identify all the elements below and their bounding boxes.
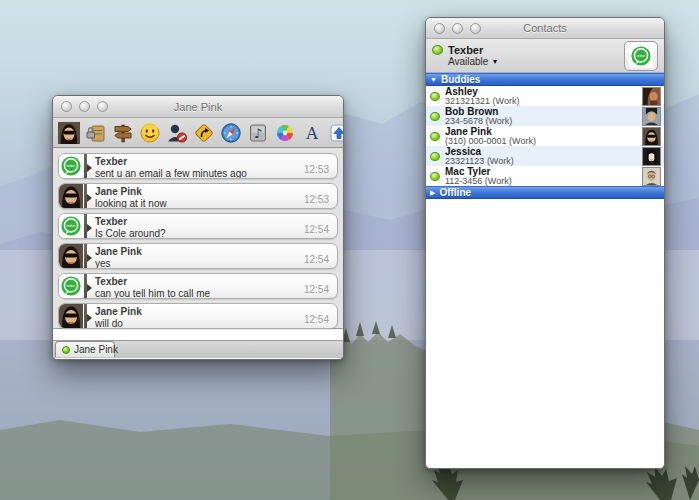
available-green-orb-icon	[430, 132, 440, 141]
contact-row[interactable]: Jane Pink (310) 000-0001 (Work)	[426, 126, 664, 146]
font-icon[interactable]: A	[301, 122, 323, 144]
message-text: can you tell him to call me	[95, 287, 210, 298]
jane-pink-avatar	[642, 127, 661, 146]
contacts-titlebar[interactable]: Contacts	[426, 18, 664, 39]
chat-tab-label: Jane Pink	[74, 344, 118, 355]
message-text: Is Cole around?	[95, 227, 166, 238]
jessica-avatar	[642, 147, 661, 166]
message-input[interactable]	[53, 328, 343, 341]
message-row: Jane Pink looking at it now 12:53	[58, 183, 338, 209]
contact-detail: (310) 000-0001 (Work)	[445, 136, 642, 146]
message-sender: Texber	[95, 215, 166, 227]
status-dropdown-label: Available	[448, 56, 488, 68]
available-green-orb-icon	[432, 45, 443, 55]
message-timestamp: 12:54	[304, 254, 329, 265]
svg-text:♪: ♪	[254, 126, 262, 141]
chat-window: Jane Pink	[52, 95, 344, 360]
contact-name: Ashley	[445, 87, 642, 96]
directions-signpost-icon[interactable]	[112, 122, 134, 144]
block-user-icon[interactable]	[166, 122, 188, 144]
available-green-dot-icon	[62, 346, 70, 354]
contact-detail: 234-5678 (Work)	[445, 116, 642, 126]
message-list: Texber sent u an email a few minutes ago…	[53, 148, 343, 328]
message-text: yes	[95, 257, 142, 268]
message-pointer-icon	[87, 194, 92, 202]
file-transfer-icon[interactable]	[328, 122, 344, 144]
ashley-avatar	[642, 87, 661, 106]
texber-logo-button[interactable]	[624, 41, 658, 71]
message-sender: Texber	[95, 155, 247, 167]
message-sender: Jane Pink	[95, 185, 167, 197]
bob-brown-avatar	[642, 107, 661, 126]
jane-pink-avatar	[59, 184, 84, 208]
message-sender: Jane Pink	[95, 305, 142, 317]
chat-titlebar[interactable]: Jane Pink	[53, 96, 343, 118]
group-label: Buddies	[441, 74, 480, 85]
jane-pink-avatar	[59, 304, 84, 328]
message-pointer-icon	[87, 254, 92, 262]
contact-row[interactable]: Ashley 321321321 (Work)	[426, 86, 664, 106]
message-pointer-icon	[87, 284, 92, 292]
contact-detail: 23321123 (Work)	[445, 156, 642, 166]
svg-text:A: A	[305, 123, 318, 142]
group-header-offline[interactable]: ▶ Offline	[426, 186, 664, 199]
emoticon-icon[interactable]	[139, 122, 161, 144]
contact-name: Jessica	[445, 147, 642, 156]
disclosure-triangle-icon: ▶	[430, 189, 435, 197]
message-row: Texber can you tell him to call me 12:54	[58, 273, 338, 299]
contact-row[interactable]: Mac Tyler 112-3456 (Work)	[426, 166, 664, 186]
contact-detail: 112-3456 (Work)	[445, 176, 642, 186]
message-sender: Jane Pink	[95, 245, 142, 257]
status-dropdown[interactable]: Available ▼	[448, 56, 498, 68]
available-green-orb-icon	[430, 92, 440, 101]
contact-name: Jane Pink	[445, 127, 642, 136]
sound-note-icon[interactable]: ♪	[247, 122, 269, 144]
chat-window-title: Jane Pink	[53, 101, 343, 113]
road-sign-icon[interactable]	[193, 122, 215, 144]
account-name: Texber	[448, 44, 483, 56]
message-pointer-icon	[87, 164, 92, 172]
disclosure-triangle-icon: ▼	[430, 76, 437, 83]
web-browser-compass-icon[interactable]	[220, 122, 242, 144]
group-header-buddies[interactable]: ▼ Buddies	[426, 73, 664, 86]
message-timestamp: 12:53	[304, 164, 329, 175]
chat-toolbar: ♪ A	[53, 118, 343, 148]
contacts-window: Contacts Texber Available ▼ ▼ Buddies	[425, 17, 665, 469]
message-sender: Texber	[95, 275, 210, 287]
user-avatar-icon[interactable]	[58, 122, 80, 144]
contact-name: Bob Brown	[445, 107, 642, 116]
message-row: Jane Pink yes 12:54	[58, 243, 338, 269]
desktop-wallpaper: texber	[0, 0, 699, 500]
message-text: will do	[95, 317, 142, 328]
chat-tab-jane-pink[interactable]: Jane Pink	[55, 341, 115, 357]
security-lock-icon[interactable]	[85, 122, 107, 144]
color-wheel-icon[interactable]	[274, 122, 296, 144]
chevron-down-icon: ▼	[491, 56, 498, 68]
message-timestamp: 12:53	[304, 194, 329, 205]
contact-row[interactable]: Jessica 23321123 (Work)	[426, 146, 664, 166]
available-green-orb-icon	[430, 172, 440, 181]
message-text: looking at it now	[95, 197, 167, 208]
message-timestamp: 12:54	[304, 314, 329, 325]
message-row: Jane Pink will do 12:54	[58, 303, 338, 329]
message-pointer-icon	[87, 314, 92, 322]
account-header: Texber Available ▼	[426, 39, 664, 73]
texber-logo-avatar	[59, 154, 84, 178]
message-timestamp: 12:54	[304, 284, 329, 295]
available-green-orb-icon	[430, 152, 440, 161]
jane-pink-avatar	[59, 244, 84, 268]
contact-name: Mac Tyler	[445, 167, 642, 176]
texber-logo-avatar	[59, 214, 84, 238]
message-text: sent u an email a few minutes ago	[95, 167, 247, 178]
available-green-orb-icon	[430, 112, 440, 121]
mac-tyler-avatar	[642, 167, 661, 186]
group-label: Offline	[439, 187, 471, 198]
contact-row[interactable]: Bob Brown 234-5678 (Work)	[426, 106, 664, 126]
contacts-window-title: Contacts	[426, 22, 664, 34]
contact-detail: 321321321 (Work)	[445, 96, 642, 106]
message-row: Texber sent u an email a few minutes ago…	[58, 153, 338, 179]
message-timestamp: 12:54	[304, 224, 329, 235]
buddies-list: Ashley 321321321 (Work) Bob Brown 234-56…	[426, 86, 664, 186]
message-pointer-icon	[87, 224, 92, 232]
chat-tabbar: Jane Pink	[53, 341, 343, 358]
